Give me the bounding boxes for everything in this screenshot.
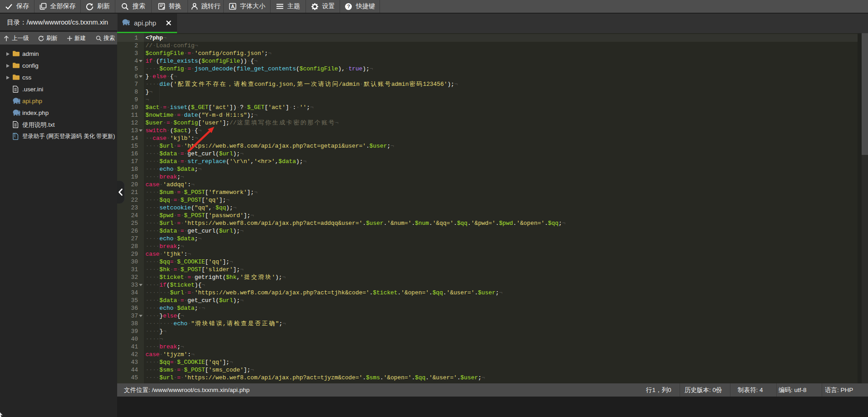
svg-text:?: ? (347, 4, 350, 9)
svg-text:A: A (231, 4, 234, 9)
